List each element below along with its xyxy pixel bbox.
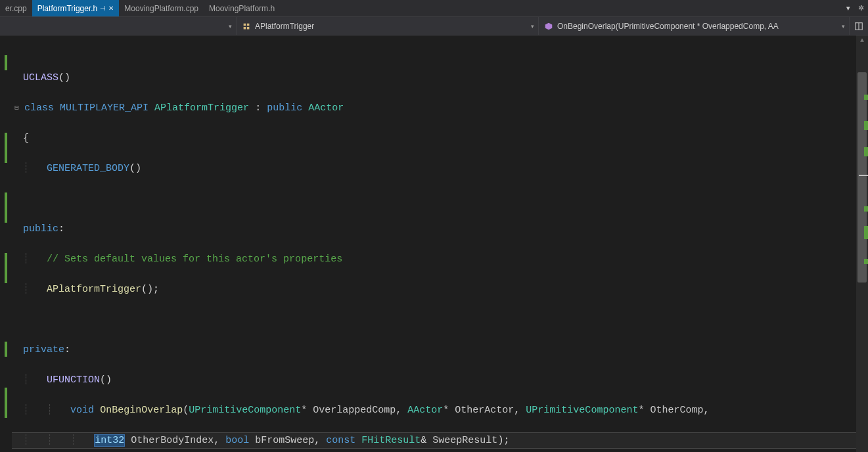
code-token: OtherComp xyxy=(650,405,703,416)
code-token: AActor xyxy=(308,102,344,114)
tab-label: er.cpp xyxy=(5,4,27,13)
code-token: { xyxy=(23,133,29,144)
code-token: GENERATED_BODY xyxy=(47,163,129,174)
vertical-scrollbar[interactable]: ▲ xyxy=(856,35,868,452)
code-token-highlight: int32 xyxy=(94,434,125,447)
code-token: APlatformTrigger xyxy=(47,284,141,295)
pin-icon[interactable]: ⊣ xyxy=(100,5,106,12)
change-gutter xyxy=(0,35,12,452)
scrollbar-thumb[interactable] xyxy=(857,72,867,282)
class-icon xyxy=(242,22,251,31)
code-token: OverlappedComp xyxy=(313,405,396,416)
code-token: OtherActor xyxy=(455,405,514,416)
code-token: MULTIPLAYER_API xyxy=(60,102,148,114)
code-editor[interactable]: UCLASS() ⊟class MULTIPLAYER_API APlatfor… xyxy=(12,35,856,452)
split-editor-button[interactable] xyxy=(850,17,868,35)
tab-moovingplatform-h[interactable]: MoovingPlatform.h xyxy=(204,0,280,16)
code-token: APlatformTrigger xyxy=(154,102,249,114)
fold-minus-icon[interactable]: ⊟ xyxy=(13,101,20,116)
tab-er-cpp[interactable]: er.cpp xyxy=(0,0,32,16)
chevron-down-icon: ▾ xyxy=(531,23,534,30)
tab-overflow-button[interactable]: ▾ xyxy=(842,4,854,12)
method-icon xyxy=(544,22,553,31)
tab-moovingplatform-cpp[interactable]: MoovingPlatform.cpp xyxy=(119,0,204,16)
settings-icon[interactable]: ✲ xyxy=(854,4,868,12)
code-token: private xyxy=(23,344,64,355)
tab-bar: er.cpp PlatformTrigger.h ⊣ ✕ MoovingPlat… xyxy=(0,0,868,17)
nav-class-dropdown[interactable]: APlatformTrigger ▾ xyxy=(237,17,539,35)
code-token: UFUNCTION xyxy=(47,374,100,386)
navigation-bar: ▾ APlatformTrigger ▾ OnBeginOverlap(UPri… xyxy=(0,17,868,35)
nav-scope-dropdown[interactable]: ▾ xyxy=(0,17,237,35)
nav-method-label: OnBeginOverlap(UPrimitiveComponent * Ove… xyxy=(557,22,779,31)
scroll-up-icon[interactable]: ▲ xyxy=(856,37,868,44)
code-token: AActor xyxy=(407,405,443,416)
code-token: const xyxy=(326,435,355,446)
tab-platformtrigger-h[interactable]: PlatformTrigger.h ⊣ ✕ xyxy=(32,0,120,16)
code-token: OtherBodyIndex xyxy=(131,435,214,446)
code-token: UPrimitiveComponent xyxy=(526,405,638,416)
tab-label: PlatformTrigger.h xyxy=(37,4,98,13)
chevron-down-icon: ▾ xyxy=(229,23,232,30)
code-token: bFromSweep xyxy=(255,435,314,446)
code-token: FHitResult xyxy=(361,435,421,446)
current-line: ┊ ┊ ┊ int32 OtherBodyIndex, bool bFromSw… xyxy=(12,433,856,448)
code-token: UPrimitiveComponent xyxy=(189,405,301,416)
nav-method-dropdown[interactable]: OnBeginOverlap(UPrimitiveComponent * Ove… xyxy=(539,17,850,35)
editor-area: UCLASS() ⊟class MULTIPLAYER_API APlatfor… xyxy=(0,35,868,452)
tab-label: MoovingPlatform.h xyxy=(209,4,275,13)
code-comment: // Sets default values for this actor's … xyxy=(47,254,342,265)
code-token: SweepResult xyxy=(432,435,497,446)
close-icon[interactable]: ✕ xyxy=(108,5,114,12)
code-token: OnBeginOverlap xyxy=(100,405,183,416)
code-token: public xyxy=(23,223,58,235)
nav-class-label: APlatformTrigger xyxy=(255,22,314,31)
tab-label: MoovingPlatform.cpp xyxy=(124,4,198,13)
code-token: bool xyxy=(225,435,249,446)
code-token: public xyxy=(267,102,302,114)
code-token: UCLASS xyxy=(23,72,58,83)
code-token: class xyxy=(24,102,54,114)
code-token: void xyxy=(70,405,94,416)
chevron-down-icon: ▾ xyxy=(842,23,845,30)
